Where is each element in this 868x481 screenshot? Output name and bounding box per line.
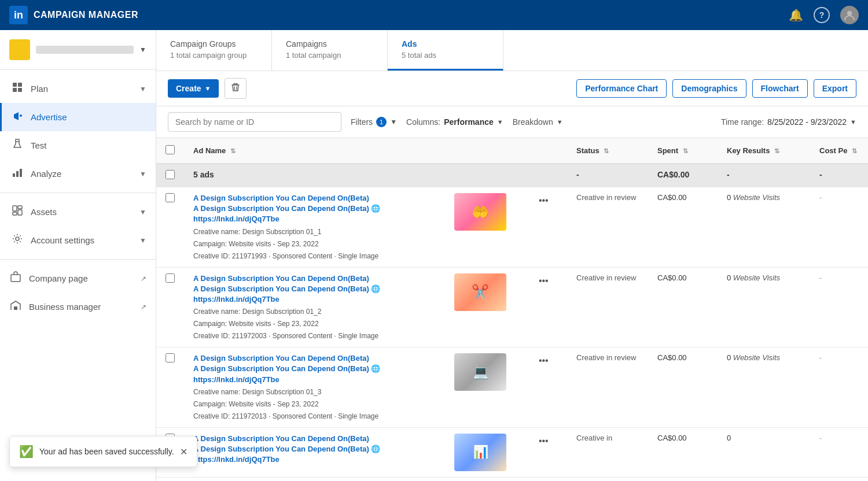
row2-creative-id: Creative ID: 211972003 · Sponsored Conte…: [193, 331, 436, 341]
row1-creative-id: Creative ID: 211971993 · Sponsored Conte…: [193, 251, 436, 261]
filters-chevron-icon[interactable]: ▼: [390, 118, 397, 126]
row4-title-line1[interactable]: A Design Subscription You Can Depend On(…: [193, 434, 436, 444]
row4-status: Creative in: [567, 427, 648, 477]
create-button[interactable]: Create ▼: [168, 79, 219, 98]
table-row: A Design Subscription You Can Depend On(…: [156, 427, 868, 477]
row3-key-results-label: Website Visits: [733, 353, 780, 362]
row3-creative-id: Creative ID: 211972013 · Sponsored Conte…: [193, 411, 436, 421]
assets-icon: [11, 205, 24, 219]
export-button[interactable]: Export: [814, 79, 856, 98]
sidebar-item-account-settings[interactable]: Account settings ▼: [0, 226, 156, 254]
avatar[interactable]: [840, 6, 859, 24]
col-header-key-results[interactable]: Key Results ⇅: [718, 138, 810, 164]
sidebar-item-advertise[interactable]: Advertise: [0, 103, 156, 131]
row4-url[interactable]: https://lnkd.in/djQq7Tbe: [193, 454, 436, 465]
breakdown-group: Breakdown ▼: [513, 117, 563, 127]
sidebar-item-plan[interactable]: Plan ▼: [0, 75, 156, 103]
row4-more-button[interactable]: •••: [534, 434, 553, 449]
row3-more-button[interactable]: •••: [534, 353, 553, 368]
row1-status-badge: Creative in review: [576, 193, 636, 202]
summary-cost-per: -: [810, 164, 868, 187]
row1-checkbox-cell: [156, 187, 184, 268]
account-icon: [9, 39, 30, 60]
col-header-status[interactable]: Status ⇅: [567, 138, 648, 164]
performance-chart-button[interactable]: Performance Chart: [576, 79, 667, 98]
tab-ads[interactable]: Ads 5 total ads: [388, 30, 503, 71]
topnav-left: in CAMPAIGN MANAGER: [9, 6, 138, 24]
columns-value: Performance: [444, 117, 494, 127]
svg-point-14: [16, 237, 19, 240]
summary-ads-count: 5 ads: [184, 164, 445, 187]
toast-close-button[interactable]: ✕: [180, 446, 187, 457]
table-row: A Design Subscription You Can Depend On(…: [156, 187, 868, 268]
time-range-group: Time range: 8/25/2022 - 9/23/2022 ▼: [721, 117, 856, 127]
row2-url[interactable]: https://lnkd.in/djQq7Tbe: [193, 294, 436, 305]
summary-row: 5 ads - CA$0.00 - -: [156, 164, 868, 187]
assets-chevron-icon: ▼: [139, 208, 146, 216]
row3-url[interactable]: https://lnkd.in/djQq7Tbe: [193, 375, 436, 385]
ads-table-container: Ad Name ⇅ Status ⇅ Spent ⇅: [156, 138, 868, 481]
row3-checkbox[interactable]: [165, 353, 175, 362]
breadcrumb-tabs: Campaign Groups 1 total campaign group C…: [156, 30, 868, 71]
row3-title-line1[interactable]: A Design Subscription You Can Depend On(…: [193, 353, 436, 364]
sidebar-item-analyze[interactable]: Analyze ▼: [0, 160, 156, 188]
row2-more-button[interactable]: •••: [534, 273, 553, 288]
breakdown-dropdown-icon[interactable]: ▼: [557, 119, 563, 125]
sidebar-item-assets[interactable]: Assets ▼: [0, 198, 156, 226]
row1-title-line1[interactable]: A Design Subscription You Can Depend On(…: [193, 193, 436, 204]
notification-icon[interactable]: 🔔: [789, 8, 803, 22]
row4-spent: CA$0.00: [648, 427, 718, 477]
row2-title-line1[interactable]: A Design Subscription You Can Depend On(…: [193, 273, 436, 284]
demographics-button[interactable]: Demographics: [672, 79, 746, 98]
row4-title-line2[interactable]: A Design Subscription You Can Depend On(…: [193, 444, 436, 454]
svg-rect-10: [13, 206, 17, 211]
svg-rect-2: [18, 83, 22, 87]
tab-campaigns[interactable]: Campaigns 1 total campaign: [272, 30, 388, 71]
col-header-ad-name[interactable]: Ad Name ⇅: [184, 138, 445, 164]
delete-button[interactable]: [225, 78, 247, 99]
tab-campaign-groups[interactable]: Campaign Groups 1 total campaign group: [156, 30, 272, 71]
row4-ad-details: A Design Subscription You Can Depend On(…: [193, 434, 436, 465]
row3-campaign: Campaign: Website visits - Sep 23, 2022: [193, 399, 436, 409]
svg-rect-3: [13, 88, 17, 92]
company-page-label: Company page: [29, 273, 134, 283]
row3-cost-per: -: [810, 347, 868, 428]
row1-checkbox[interactable]: [165, 193, 175, 202]
row2-checkbox[interactable]: [165, 273, 175, 283]
columns-dropdown-icon[interactable]: ▼: [497, 119, 503, 125]
svg-point-0: [847, 11, 852, 16]
topnav-right: 🔔 ?: [789, 6, 859, 24]
row3-title-line2[interactable]: A Design Subscription You Can Depend On(…: [193, 364, 436, 374]
sidebar-item-test[interactable]: Test: [0, 131, 156, 160]
row1-url[interactable]: https://lnkd.in/djQq7Tbe: [193, 214, 436, 224]
sidebar-item-business-manager[interactable]: Business manager ↗: [0, 293, 156, 321]
col-header-more: [525, 138, 567, 164]
table-row: A Design Subscription You Can Depend On(…: [156, 267, 868, 347]
row2-spent: CA$0.00: [648, 267, 718, 347]
col-header-cost-per[interactable]: Cost Pe ⇅: [810, 138, 868, 164]
search-input[interactable]: [168, 112, 341, 132]
row4-status-badge: Creative in: [576, 434, 612, 442]
sidebar-account[interactable]: ▼: [0, 30, 156, 70]
row1-more-button[interactable]: •••: [534, 193, 553, 208]
sidebar-item-company-page[interactable]: Company page ↗: [0, 264, 156, 293]
select-all-checkbox[interactable]: [165, 145, 175, 154]
summary-checkbox[interactable]: [165, 170, 175, 179]
time-range-dropdown-icon[interactable]: ▼: [850, 119, 856, 125]
row1-thumbnail: [454, 193, 506, 231]
svg-rect-9: [20, 169, 22, 177]
row2-checkbox-cell: [156, 267, 184, 347]
filters-group[interactable]: Filters 1 ▼: [351, 117, 397, 127]
create-chevron-icon: ▼: [205, 85, 211, 92]
row2-ad-details: A Design Subscription You Can Depend On(…: [193, 273, 436, 342]
filters-row: Filters 1 ▼ Columns: Performance ▼ Break…: [156, 106, 868, 138]
row2-cost-per: -: [810, 267, 868, 347]
app-title: CAMPAIGN MANAGER: [34, 10, 138, 20]
col-header-spent[interactable]: Spent ⇅: [648, 138, 718, 164]
row2-title-line2[interactable]: A Design Subscription You Can Depend On(…: [193, 284, 436, 294]
row2-creative-name: Creative name: Design Subscription 01_2: [193, 306, 436, 317]
flowchart-button[interactable]: Flowchart: [752, 79, 808, 98]
help-icon[interactable]: ?: [814, 7, 830, 23]
plan-icon: [11, 82, 24, 96]
row1-title-line2[interactable]: A Design Subscription You Can Depend On(…: [193, 204, 436, 214]
